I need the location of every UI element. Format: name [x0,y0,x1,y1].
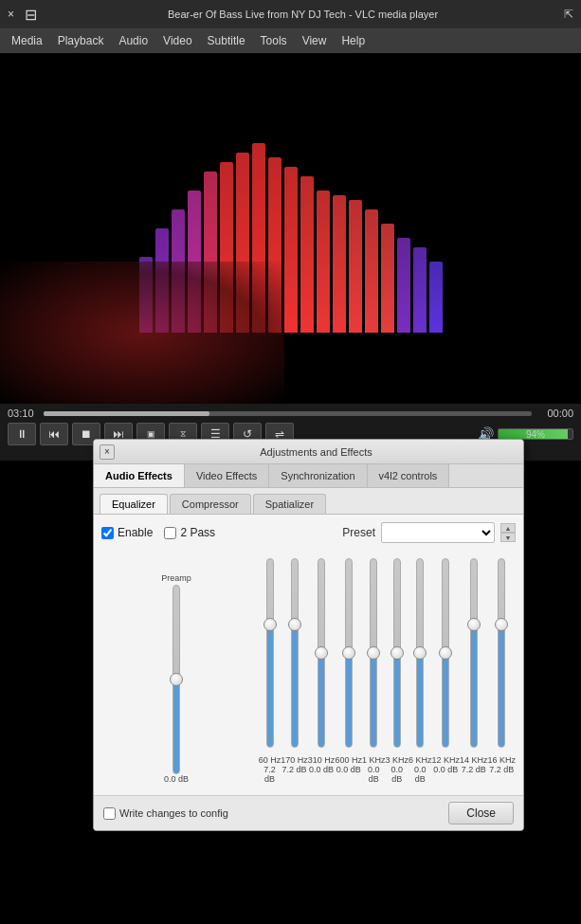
band-track-6[interactable] [416,558,424,748]
progress-bar[interactable] [44,411,532,416]
menu-playback[interactable]: Playback [50,30,112,51]
band-knob-8[interactable] [467,618,481,631]
band-freq-6: 6 KHz [409,755,432,765]
tab-synchronization[interactable]: Synchronization [269,464,367,487]
tab-v4l2-controls[interactable]: v4l2 controls [368,464,450,487]
close-window-button[interactable]: × [8,8,21,21]
menu-tools[interactable]: Tools [253,30,295,51]
write-config-label[interactable]: Write changes to config [103,807,228,820]
twopass-text: 2 Pass [180,526,215,539]
preset-select[interactable]: Flat Classical Rock Pop [381,522,495,543]
eq-panel: Enable 2 Pass Preset Flat Classical Rock… [94,515,523,795]
band-knob-9[interactable] [495,618,508,631]
eq-band-0: 60 Hz 7.2 dB [259,558,281,784]
subtab-equalizer[interactable]: Equalizer [100,494,168,514]
title-bar: × ⊟ Bear-er Of Bass Live from NY DJ Tech… [0,0,581,28]
band-track-4[interactable] [370,558,377,748]
band-freq-1: 170 Hz [281,755,308,765]
band-knob-7[interactable] [439,646,452,660]
enable-checkbox[interactable] [101,527,114,539]
band-db-3: 0.0 dB [336,765,361,774]
dialog-title: Adjustments and Effects [115,446,517,458]
vis-bar-14 [365,209,378,333]
spinner-up[interactable]: ▲ [500,523,516,533]
vis-bar-17 [413,247,427,333]
dialog-close-button[interactable]: × [100,444,115,460]
sub-tab-bar: Equalizer Compressor Spatializer [94,488,523,515]
band-track-3[interactable] [345,558,353,748]
spinner-down[interactable]: ▼ [500,533,516,542]
band-track-1[interactable] [291,558,299,748]
menu-view[interactable]: View [295,30,335,51]
preset-spinner[interactable]: ▲ ▼ [500,523,516,542]
band-db-6: 0.0 dB [409,765,432,784]
minimize-window-button[interactable]: ⊟ [25,8,38,21]
subtab-compressor[interactable]: Compressor [170,494,251,514]
vis-bar-13 [349,200,362,333]
eq-sliders-container: Preamp 0.0 dB 60 Hz 7.2 dB 170 Hz 7.2 dB [101,551,516,788]
band-fill-9 [499,625,504,747]
vis-bar-16 [397,238,410,333]
eq-band-6: 6 KHz 0.0 dB [409,558,432,784]
band-knob-2[interactable] [315,646,328,660]
twopass-label[interactable]: 2 Pass [164,526,215,539]
dialog-bottom: Write changes to config Close [94,795,523,830]
band-db-4: 0.0 dB [362,765,386,784]
band-knob-6[interactable] [413,646,427,660]
preamp-knob[interactable] [170,673,183,686]
play-pause-button[interactable]: ⏸ [8,423,36,445]
close-dialog-button[interactable]: Close [448,802,514,824]
band-freq-0: 60 Hz [259,755,281,765]
band-track-7[interactable] [442,558,449,748]
band-fill-2 [318,653,324,747]
band-knob-4[interactable] [367,646,380,660]
band-knob-3[interactable] [342,646,355,660]
band-db-0: 7.2 dB [259,765,281,784]
vis-bar-15 [381,224,394,333]
resize-button[interactable]: ⇱ [564,8,573,21]
subtab-spatializer[interactable]: Spatializer [253,494,326,514]
eq-band-9: 16 KHz 7.2 dB [487,558,516,784]
band-db-7: 0.0 dB [433,765,458,774]
band-track-9[interactable] [498,558,505,748]
band-freq-9: 16 KHz [487,755,516,765]
preamp-slider[interactable] [172,585,180,774]
menu-subtitle[interactable]: Subtitle [200,30,253,51]
band-sliders: 60 Hz 7.2 dB 170 Hz 7.2 dB 310 Hz 0.0 dB… [259,558,516,784]
vis-bar-18 [429,262,443,333]
video-area [0,53,581,404]
enable-text: Enable [118,526,153,539]
band-track-2[interactable] [318,558,325,748]
vis-bar-11 [317,190,330,333]
write-config-text: Write changes to config [119,807,228,819]
band-track-5[interactable] [393,558,401,748]
preamp-db: 0.0 dB [164,774,189,784]
enable-label[interactable]: Enable [101,526,153,539]
menu-media[interactable]: Media [4,30,50,51]
menu-help[interactable]: Help [334,30,372,51]
write-config-checkbox[interactable] [103,807,116,820]
eq-band-4: 1 KHz 0.0 dB [362,558,386,784]
progress-fill [44,411,209,416]
background-overlay [0,262,284,404]
twopass-checkbox[interactable] [164,527,176,539]
band-knob-5[interactable] [390,646,404,660]
band-fill-3 [346,653,352,747]
band-knob-0[interactable] [263,618,277,631]
prev-button[interactable]: ⏮ [40,423,68,445]
band-fill-8 [471,625,477,747]
band-knob-1[interactable] [288,618,301,631]
preamp-top-label: Preamp [161,573,191,583]
band-db-5: 0.0 dB [385,765,409,784]
band-freq-8: 14 KHz [460,755,488,765]
band-track-8[interactable] [470,558,478,748]
vis-bar-12 [333,195,346,333]
eq-band-8: 14 KHz 7.2 dB [460,558,488,784]
band-freq-3: 600 Hz [335,755,362,765]
tab-video-effects[interactable]: Video Effects [185,464,269,487]
adjustments-dialog: × Adjustments and Effects Audio Effects … [93,439,524,831]
menu-audio[interactable]: Audio [111,30,155,51]
menu-video[interactable]: Video [155,30,199,51]
band-track-0[interactable] [266,558,274,748]
tab-audio-effects[interactable]: Audio Effects [94,464,185,487]
